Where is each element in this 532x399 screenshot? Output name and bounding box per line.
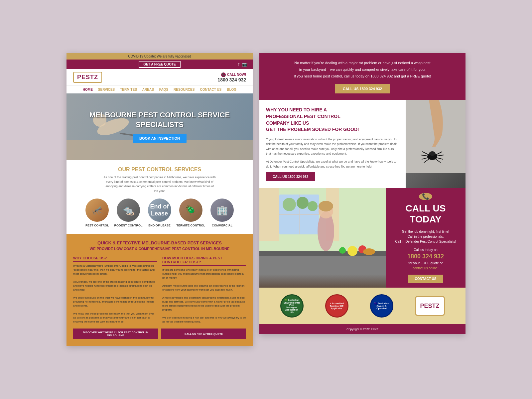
svg-point-21	[283, 198, 296, 211]
apma-badge: 🌿 Australian Environmental Pest Managers…	[280, 294, 304, 318]
nav-areas[interactable]: AREAS	[142, 88, 154, 91]
how-much-text: If you are someone who hasn't had a lot …	[162, 268, 246, 324]
kitchen-svg	[259, 188, 386, 288]
how-much-heading: HOW MUCH DOES HIRING A PEST CONTROLLER C…	[162, 256, 246, 266]
pestz-logo-badge: PESTZ	[415, 296, 445, 316]
services-description: As one of the leading pest control compa…	[103, 175, 216, 193]
nav-blog[interactable]: BLOG	[227, 88, 236, 91]
why-hire-para1: Trying to treat even a minor infestation…	[266, 137, 399, 156]
nav-services[interactable]: SERVICES	[98, 88, 115, 91]
why-choose-text: If you're a Victorian who's jumped onto …	[73, 264, 157, 324]
termite-control-label: TERMITE CONTROL	[177, 224, 205, 227]
orange-section-subtitle: WE PROVIDE LOW COST & COMPREHENSIVE PEST…	[73, 247, 246, 251]
rodent-control-label: RODENT CONTROL	[114, 224, 143, 227]
end-of-lease-label: END OF LEASE	[148, 224, 171, 227]
nav-resources[interactable]: RESOURCES	[174, 88, 195, 91]
call-today-desc: Get the job done right, first time!Call …	[395, 229, 456, 244]
service-icons-row: 🦟 PEST CONTROL 🐀 RODENT CONTROL End ofLe…	[73, 199, 246, 227]
book-inspection-button[interactable]: BOOK AN INSPECTION	[133, 134, 187, 143]
why-choose-heading: WHY CHOOSE US?	[73, 256, 157, 262]
why-hire-image	[406, 100, 466, 188]
orange-section: QUICK & EFFECTIVE MELBOURNE-BASED PEST S…	[66, 234, 253, 346]
nav-faqs[interactable]: FAQs	[159, 88, 168, 91]
how-much-col: HOW MUCH DOES HIRING A PEST CONTROLLER C…	[162, 256, 246, 324]
discover-why-button[interactable]: DISCOVER WHY WE'RE #1 FOR PEST CONTROL I…	[73, 329, 158, 339]
call-today-section: 📞 CALL US TODAY Get the job done right, …	[386, 188, 466, 288]
apma-circle: 🌿 Australian Environmental Pest Managers…	[280, 294, 304, 318]
orange-bottom-buttons: DISCOVER WHY WE'RE #1 FOR PEST CONTROL I…	[73, 329, 246, 339]
termidor-text: ✓ Accredited Termidor HE Applicator	[329, 302, 345, 310]
end-of-lease-icon: End ofLease	[150, 203, 169, 217]
service-termite-control[interactable]: 🪲 TERMITE CONTROL	[177, 199, 205, 227]
contact-link[interactable]: contact us online!	[413, 266, 439, 270]
call-us-why-hire-button[interactable]: CALL US 1800 324 932	[266, 172, 315, 181]
nav-termites[interactable]: TERMITES	[120, 88, 137, 91]
header-actions-bar: GET A FREE QUOTE f 📷	[66, 60, 253, 69]
kitchen-image	[259, 188, 386, 288]
svg-rect-24	[259, 188, 279, 241]
right-panel: No matter if you're dealing with a major…	[259, 53, 466, 334]
contact-us-button[interactable]: CONTACT US	[408, 275, 443, 283]
copyright-text: Copyright © 2022 PestZ	[346, 328, 378, 331]
facebook-icon[interactable]: f	[238, 62, 239, 67]
commercial-circle: 🏢	[210, 199, 234, 222]
logo[interactable]: PESTZ	[73, 72, 102, 83]
svg-point-34	[363, 248, 375, 255]
apma-text: 🌿 Australian Environmental Pest Managers…	[284, 299, 300, 313]
services-section: OUR PEST CONTROL SERVICES As one of the …	[66, 160, 253, 234]
termidor-circle: ✓ Accredited Termidor HE Applicator	[325, 294, 348, 318]
service-end-of-lease[interactable]: End ofLease END OF LEASE	[148, 199, 171, 227]
call-today-title: CALL US TODAY	[392, 203, 459, 225]
pest-control-circle: 🦟	[85, 199, 109, 222]
get-free-quote-button[interactable]: GET A FREE QUOTE	[139, 61, 181, 68]
pestz-logo-cert: PESTZ	[415, 296, 445, 316]
nav-contact[interactable]: CONTACT US	[200, 88, 221, 91]
svg-rect-1	[66, 140, 253, 160]
instagram-icon[interactable]: 📷	[242, 62, 247, 67]
rodent-control-circle: 🐀	[117, 199, 140, 222]
nav-bar: HOME SERVICES TERMITES AREAS FAQs RESOUR…	[66, 85, 253, 93]
service-commercial[interactable]: 🏢 COMMERCIAL	[210, 199, 234, 227]
top-bar: COVID 19 Update: We are fully vaccinated	[66, 53, 253, 60]
hero-section: MELBOURNE PEST CONTROL SERVICE SPECIALIS…	[66, 93, 253, 160]
why-hire-text-area: WHY YOU NEED TO HIRE APROFESSIONAL PEST …	[259, 100, 406, 188]
australian-text: 🇦🇺 Australian Owned & Operated	[374, 302, 390, 310]
right-top-section: No matter if you're dealing with a major…	[259, 53, 466, 100]
hero-content: MELBOURNE PEST CONTROL SERVICE SPECIALIS…	[66, 110, 253, 143]
rodent-control-icon: 🐀	[123, 205, 134, 216]
call-label: 📞 CALL NOW!	[217, 72, 246, 77]
commercial-label: COMMERCIAL	[212, 224, 232, 227]
australian-badge: 🇦🇺 Australian Owned & Operated	[370, 294, 393, 318]
services-section-title: OUR PEST CONTROL SERVICES	[73, 167, 246, 173]
nav-home[interactable]: HOME	[83, 88, 93, 91]
svg-point-22	[297, 197, 309, 209]
certifications-section: 🌿 Australian Environmental Pest Managers…	[259, 288, 466, 324]
hero-title: MELBOURNE PEST CONTROL SERVICE SPECIALIS…	[66, 110, 253, 129]
australian-circle: 🇦🇺 Australian Owned & Operated	[370, 294, 393, 318]
why-choose-col: WHY CHOOSE US? If you're a Victorian who…	[73, 256, 157, 324]
phone-icon: 📞	[221, 72, 226, 77]
termite-control-icon: 🪲	[185, 205, 197, 216]
two-column-info: WHY CHOOSE US? If you're a Victorian who…	[73, 256, 246, 324]
pest-control-icon: 🦟	[91, 205, 103, 216]
svg-point-23	[308, 201, 318, 211]
why-hire-para2: At Defender Pest Control Specialists, we…	[266, 159, 399, 169]
svg-point-33	[339, 247, 346, 254]
pest-control-label: PEST CONTROL	[85, 224, 109, 227]
header-phone-number[interactable]: 1800 324 932	[217, 77, 246, 82]
service-pest-control[interactable]: 🦟 PEST CONTROL	[85, 199, 109, 227]
header-main: PESTZ 📞 CALL NOW! 1800 324 932	[66, 69, 253, 85]
call-free-quote-button[interactable]: CALL US FOR A FREE QUOTE	[161, 329, 246, 339]
left-panel: COVID 19 Update: We are fully vaccinated…	[66, 53, 253, 346]
kitchen-overlay	[259, 274, 386, 288]
call-today-number[interactable]: 1800 324 932	[407, 253, 444, 260]
call-us-top-button[interactable]: CALL US 1800 324 932	[335, 84, 390, 93]
service-rodent-control[interactable]: 🐀 RODENT CONTROL	[114, 199, 143, 227]
quote-text: for your FREE quote or	[409, 261, 443, 265]
svg-point-31	[347, 246, 357, 256]
orange-section-title: QUICK & EFFECTIVE MELBOURNE-BASED PEST S…	[73, 240, 246, 245]
why-hire-section: WHY YOU NEED TO HIRE APROFESSIONAL PEST …	[259, 100, 466, 188]
end-of-lease-circle: End ofLease	[148, 199, 171, 222]
termite-control-circle: 🪲	[179, 199, 202, 222]
pestz-logo-text: PESTZ	[420, 303, 439, 310]
